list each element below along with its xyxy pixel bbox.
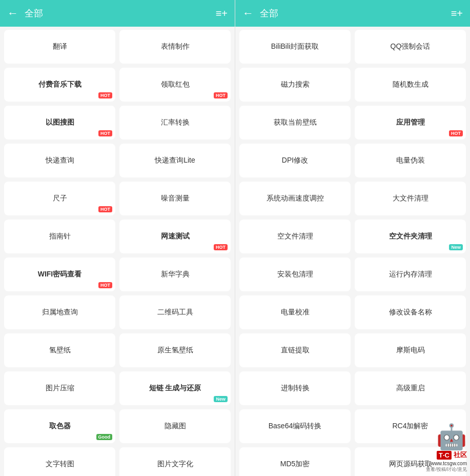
left-list[interactable]: 翻译表情制作付费音乐下载HOT领取红包HOT以图搜图HOT汇率转换快递查询快递查… xyxy=(0,27,235,476)
list-item-zaoyinceliang[interactable]: 噪音测量 xyxy=(119,182,231,215)
list-item-text-huilvzhuanhuan: 汇率转换 xyxy=(161,118,190,127)
list-item-xitongdonghua[interactable]: 系统动画速度调控 xyxy=(239,182,351,215)
list-item-tupianwenzihua[interactable]: 图片文字化 xyxy=(119,447,231,476)
list-item-md5jiami[interactable]: MD5加密 xyxy=(239,447,351,476)
list-item-quseqi[interactable]: 取色器Good xyxy=(4,409,115,443)
left-panel-title: 全部 xyxy=(25,7,216,19)
list-item-jingzhizhuanhuan[interactable]: 进制转换 xyxy=(239,371,351,405)
list-item-fanyi[interactable]: 翻译 xyxy=(4,30,115,64)
list-item-linquhongbao[interactable]: 领取红包HOT xyxy=(119,68,231,102)
list-item-text-cilisousou: 磁力搜索 xyxy=(281,80,310,89)
list-row: 空文件清理空文件夹清理New xyxy=(239,220,466,253)
badge-fufeiyinyue: HOT xyxy=(98,92,112,98)
list-item-text-guishudi: 归属地查询 xyxy=(42,308,78,317)
list-row: DPI修改电量伪装 xyxy=(239,144,466,177)
list-item-dawenjianqingli[interactable]: 大文件清理 xyxy=(355,182,466,215)
list-item-text-anzhuangbao: 安装包清理 xyxy=(277,270,313,279)
list-item-zhiliantiqu[interactable]: 直链提取 xyxy=(239,333,351,367)
list-item-text-yingyongguanli: 应用管理 xyxy=(396,118,425,127)
list-item-text-fanyi: 翻译 xyxy=(53,42,67,51)
list-row: Base64编码转换RC4加解密 xyxy=(239,409,466,443)
list-item-guishudi[interactable]: 归属地查询 xyxy=(4,295,115,329)
list-item-dpixiugai[interactable]: DPI修改 xyxy=(239,144,351,177)
list-item-base64[interactable]: Base64编码转换 xyxy=(239,409,351,443)
list-item-xinhuazidian[interactable]: 新华字典 xyxy=(119,257,231,291)
list-item-mosidianma[interactable]: 摩斯电码 xyxy=(355,333,466,367)
right-panel-title: 全部 xyxy=(260,7,451,19)
list-item-yincangtu[interactable]: 隐藏图 xyxy=(119,409,231,443)
list-item-text-xitongdonghua: 系统动画速度调控 xyxy=(267,194,324,203)
list-item-kongwenjianqingli[interactable]: 空文件清理 xyxy=(239,220,351,253)
list-row: 磁力搜索随机数生成 xyxy=(239,68,466,102)
list-item-dianlianweizhuang[interactable]: 电量伪装 xyxy=(355,144,466,177)
badge-yitusousou: HOT xyxy=(98,130,112,136)
right-panel: ← 全部 ≡+ BiliBili封面获取QQ强制会话磁力搜索随机数生成获取当前壁… xyxy=(235,0,470,476)
right-back-button[interactable]: ← xyxy=(242,7,254,20)
list-item-anzhuangbao[interactable]: 安装包清理 xyxy=(239,257,351,291)
list-item-wangsucetest[interactable]: 网速测试HOT xyxy=(119,220,231,253)
list-item-duanlian[interactable]: 短链 生成与还原New xyxy=(119,371,231,405)
right-header: ← 全部 ≡+ xyxy=(235,0,470,27)
list-item-yitusousou[interactable]: 以图搜图HOT xyxy=(4,106,115,140)
list-item-wifimima[interactable]: WIFI密码查看HOT xyxy=(4,257,115,291)
list-item-yingyongguanli[interactable]: 应用管理HOT xyxy=(355,106,466,140)
list-item-dianjijiaohuan[interactable]: 电量校准 xyxy=(239,295,351,329)
list-item-text-xinhuazidian: 新华字典 xyxy=(161,270,190,279)
list-row: 尺子HOT噪音测量 xyxy=(4,182,231,215)
list-item-tupiansuoya[interactable]: 图片压缩 xyxy=(4,371,115,405)
list-item-xiugaishebeimiancheng[interactable]: 修改设备名称 xyxy=(355,295,466,329)
list-item-text-zhinanzhen: 指南针 xyxy=(49,232,71,241)
list-item-text-quseqi: 取色器 xyxy=(49,422,71,431)
list-item-yuanshenqibizhi[interactable]: 原生氢壁纸 xyxy=(119,333,231,367)
list-item-text-qibizhi: 氢壁纸 xyxy=(49,346,71,355)
list-item-text-linquhongbao: 领取红包 xyxy=(161,80,190,89)
list-item-text-base64: Base64编码转换 xyxy=(269,422,321,431)
list-item-qibizhi[interactable]: 氢壁纸 xyxy=(4,333,115,367)
list-item-yunyingcunqingli[interactable]: 运行内存清理 xyxy=(355,257,466,291)
list-item-cilisousou[interactable]: 磁力搜索 xyxy=(239,68,351,102)
list-row: BiliBili封面获取QQ强制会话 xyxy=(239,30,466,64)
list-item-rc4jiami[interactable]: RC4加解密 xyxy=(355,409,466,443)
list-item-text-huoqianbizhi: 获取当前壁纸 xyxy=(274,118,317,127)
right-menu-button[interactable]: ≡+ xyxy=(451,8,463,19)
list-row: 氢壁纸原生氢壁纸 xyxy=(4,333,231,367)
list-item-kongwenjianjiaqingli[interactable]: 空文件夹清理New xyxy=(355,220,466,253)
list-item-text-dawenjianqingli: 大文件清理 xyxy=(393,194,428,203)
list-item-huoqianbizhi[interactable]: 获取当前壁纸 xyxy=(239,106,351,140)
left-menu-button[interactable]: ≡+ xyxy=(216,8,228,19)
list-item-kuaidicha[interactable]: 快递查询 xyxy=(4,144,115,177)
list-item-text-chizi: 尺子 xyxy=(53,194,67,203)
list-row: 文字转图图片文字化 xyxy=(4,447,231,476)
list-item-bilibili[interactable]: BiliBili封面获取 xyxy=(239,30,351,64)
list-item-biaoqing[interactable]: 表情制作 xyxy=(119,30,231,64)
list-item-fufeiyinyue[interactable]: 付费音乐下载HOT xyxy=(4,68,115,102)
list-item-text-erweima: 二维码工具 xyxy=(157,308,193,317)
list-item-text-yunyingcunqingli: 运行内存清理 xyxy=(389,270,432,279)
app-container: ← 全部 ≡+ 翻译表情制作付费音乐下载HOT领取红包HOT以图搜图HOT汇率转… xyxy=(0,0,470,476)
list-item-wenzizhuantu[interactable]: 文字转图 xyxy=(4,447,115,476)
list-item-zhinanzhen[interactable]: 指南针 xyxy=(4,220,115,253)
right-list[interactable]: BiliBili封面获取QQ强制会话磁力搜索随机数生成获取当前壁纸应用管理HOT… xyxy=(235,27,470,476)
list-row: 直链提取摩斯电码 xyxy=(239,333,466,367)
list-item-qqhuihua[interactable]: QQ强制会话 xyxy=(355,30,466,64)
list-item-erweima[interactable]: 二维码工具 xyxy=(119,295,231,329)
list-item-gaojichongqi[interactable]: 高级重启 xyxy=(355,371,466,405)
list-item-suijishengcheng[interactable]: 随机数生成 xyxy=(355,68,466,102)
list-item-text-rc4jiami: RC4加解密 xyxy=(392,422,428,431)
list-item-huilvzhuanhuan[interactable]: 汇率转换 xyxy=(119,106,231,140)
left-header: ← 全部 ≡+ xyxy=(0,0,235,27)
list-row: 翻译表情制作 xyxy=(4,30,231,64)
list-item-text-tupianwenzihua: 图片文字化 xyxy=(157,460,193,469)
list-item-wangyeyuanma[interactable]: 网页源码获取 xyxy=(355,447,466,476)
list-item-kuaidicha-lite[interactable]: 快递查询Lite xyxy=(119,144,231,177)
list-item-chizi[interactable]: 尺子HOT xyxy=(4,182,115,215)
list-row: 归属地查询二维码工具 xyxy=(4,295,231,329)
list-item-text-jingzhizhuanhuan: 进制转换 xyxy=(281,384,310,393)
list-item-text-wangsucetest: 网速测试 xyxy=(161,232,190,241)
list-row: 获取当前壁纸应用管理HOT xyxy=(239,106,466,140)
badge-linquhongbao: HOT xyxy=(214,92,228,98)
list-item-text-dpixiugai: DPI修改 xyxy=(282,156,308,165)
list-item-text-yitusousou: 以图搜图 xyxy=(46,118,74,127)
list-row: 付费音乐下载HOT领取红包HOT xyxy=(4,68,231,102)
left-back-button[interactable]: ← xyxy=(7,7,18,20)
